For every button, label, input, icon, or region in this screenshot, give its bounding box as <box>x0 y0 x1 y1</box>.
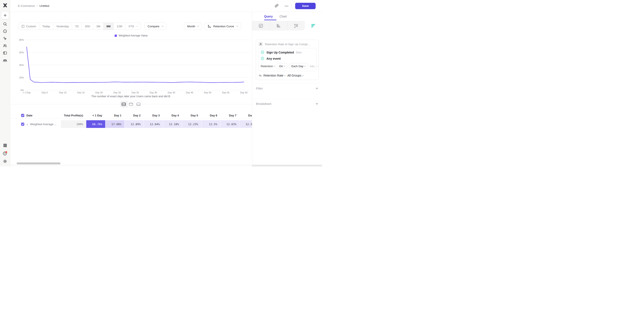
retention-cell[interactable]: 12.55% <box>239 120 252 128</box>
chevron-down-icon <box>136 25 138 27</box>
breadcrumb-separator: / <box>37 4 38 8</box>
add-filter-button[interactable]: + <box>316 86 318 91</box>
column-header[interactable]: Day 3 <box>144 114 163 117</box>
select-all-checkbox[interactable] <box>21 114 24 117</box>
table-row-cells: 100%68.76%17.08%12.89%12.64%12.18%12.23%… <box>61 120 252 128</box>
grid-apps-icon <box>3 143 7 148</box>
range-3m[interactable]: 3M <box>93 23 104 30</box>
panel-scrollbar[interactable] <box>252 165 322 167</box>
tab-flows[interactable] <box>287 21 305 31</box>
range-7d[interactable]: 7D <box>72 23 82 30</box>
breadcrumb-project[interactable]: E-Commerce <box>18 4 35 8</box>
range-12m[interactable]: 12M <box>114 23 126 30</box>
row-checkbox[interactable] <box>21 123 24 126</box>
retention-cell[interactable]: 17.08% <box>105 120 124 128</box>
horizontal-scrollbar-thumb[interactable] <box>16 162 60 164</box>
granularity-label: Month <box>187 25 195 28</box>
column-header[interactable]: Day 2 <box>124 114 144 117</box>
retention-on-dropdown[interactable]: On <box>277 63 287 69</box>
granularity-dropdown[interactable]: Month <box>184 23 202 30</box>
event-row-first[interactable]: Sign Up Completed then <box>261 50 314 54</box>
chart-type-dropdown[interactable]: Retention Curve <box>204 23 241 30</box>
advanced-dropdown[interactable]: Adv... <box>310 65 318 68</box>
range-30d[interactable]: 30D <box>82 23 93 30</box>
measure-row: % Retention Rate All Groups <box>259 74 316 77</box>
x-tick-label: Day 40 <box>168 91 175 94</box>
sidebar-item-boards[interactable] <box>1 49 9 57</box>
retention-bucket-dropdown[interactable]: Each Day <box>289 63 308 69</box>
report-controls: CustomTodayYesterday7D30D3M6M12MXTD Comp… <box>18 23 241 30</box>
sidebar-item-explore[interactable] <box>1 27 9 35</box>
retention-settings-row: Retention On Each Day Adv... <box>261 63 314 69</box>
column-header[interactable]: Day 5 <box>182 114 201 117</box>
retention-cell[interactable]: 12.5% <box>201 120 220 128</box>
tab-retention[interactable] <box>305 21 322 31</box>
app-window: ? E-Commerce / Untitled ••• Save CustomT… <box>0 0 322 167</box>
compass-icon <box>3 29 7 34</box>
event-row-return[interactable]: Any event <box>261 57 314 61</box>
retention-cell[interactable]: 12.18% <box>163 120 182 128</box>
retention-type-label: Retention <box>261 65 273 68</box>
top-bar: E-Commerce / Untitled ••• Save <box>10 0 322 12</box>
save-button[interactable]: Save <box>295 3 316 9</box>
retention-type-dropdown[interactable]: Retention <box>261 65 275 68</box>
main-content: CustomTodayYesterday7D30D3M6M12MXTD Comp… <box>10 12 252 167</box>
retention-line-series[interactable] <box>26 47 244 83</box>
sidebar-item-search[interactable] <box>1 20 9 28</box>
retention-cell[interactable]: 12.63% <box>220 120 239 128</box>
column-header[interactable]: Day 7 <box>220 114 239 117</box>
more-actions-button[interactable]: ••• <box>285 5 288 7</box>
breadcrumb-report-title[interactable]: Untitled <box>40 4 49 8</box>
range-6m[interactable]: 6M <box>104 23 114 30</box>
sidebar-item-settings[interactable] <box>1 157 9 165</box>
tab-insights[interactable] <box>252 21 270 31</box>
x-tick-label: Day 45 <box>186 91 193 94</box>
retention-cell[interactable]: 12.64% <box>144 120 163 128</box>
chevron-down-icon <box>284 65 285 67</box>
copy-link-button[interactable] <box>274 3 280 9</box>
column-header[interactable]: Day 4 <box>163 114 182 117</box>
measure-dropdown[interactable]: Retention Rate <box>264 74 285 77</box>
filter-label: Filter <box>256 87 263 90</box>
sidebar-item-cohorts[interactable] <box>1 57 9 64</box>
query-title[interactable]: Retention Rate of Sign Up Compl... <box>265 43 310 46</box>
event-name[interactable]: Sign Up Completed <box>266 51 294 54</box>
column-header[interactable]: < 1 Day <box>86 114 105 117</box>
compare-button[interactable]: Compare <box>144 23 166 30</box>
groups-label: All Groups <box>287 74 301 77</box>
row-expand-chevron[interactable]: › <box>27 123 28 126</box>
range-yesterday[interactable]: Yesterday <box>53 23 72 30</box>
range-custom[interactable]: Custom <box>18 23 40 30</box>
chevron-down-icon <box>284 74 286 76</box>
sidebar-item-apps[interactable] <box>1 142 9 149</box>
column-header[interactable]: Day 1 <box>105 114 124 117</box>
x-tick-label: Day 35 <box>150 91 157 94</box>
range-xtd[interactable]: XTD <box>126 23 141 30</box>
retention-cell[interactable]: 12.89% <box>124 120 144 128</box>
funnels-icon <box>276 24 281 28</box>
tab-chart[interactable]: Chart <box>280 15 287 18</box>
add-breakdown-button[interactable]: + <box>316 102 318 106</box>
sidebar-item-users[interactable] <box>1 42 9 50</box>
column-header[interactable]: Total Profile(s) <box>61 114 86 117</box>
row-label[interactable]: Weighted Average ... <box>30 123 57 126</box>
retention-line-chart[interactable]: 80%60%40%20%0%< 1 DayDay 5Day 10Day 15Da… <box>14 38 251 95</box>
chart-only-view-button[interactable] <box>128 101 135 107</box>
range-today[interactable]: Today <box>40 23 53 30</box>
mixpanel-logo[interactable] <box>2 3 8 9</box>
column-header[interactable]: Day 6 <box>201 114 220 117</box>
sidebar-item-help[interactable]: ? <box>1 149 9 157</box>
event-name[interactable]: Any event <box>266 57 281 60</box>
split-view-button[interactable] <box>120 101 128 107</box>
tab-funnels[interactable] <box>270 21 288 31</box>
create-button[interactable] <box>1 12 9 19</box>
retention-cell[interactable]: 12.23% <box>182 120 201 128</box>
date-column-header[interactable]: Date <box>26 114 32 117</box>
sidebar-item-events[interactable] <box>1 35 9 42</box>
column-header[interactable]: Day 8 <box>239 114 252 117</box>
groups-dropdown[interactable]: All Groups <box>287 74 303 77</box>
tab-query[interactable]: Query <box>264 15 272 18</box>
retention-cell[interactable]: 68.76% <box>86 120 105 128</box>
retention-cell[interactable]: 100% <box>61 120 86 128</box>
table-only-view-button[interactable] <box>135 101 142 107</box>
